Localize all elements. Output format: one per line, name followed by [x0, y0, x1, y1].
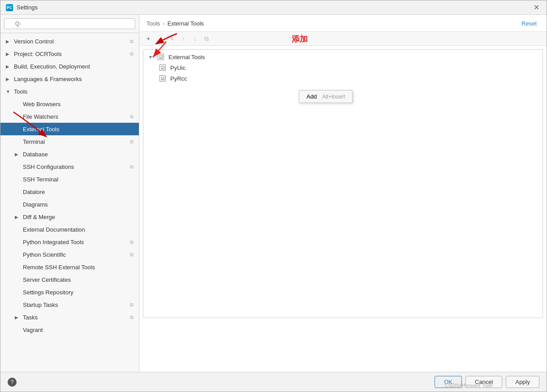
- sidebar-item-remote-ssh[interactable]: Remote SSH External Tools: [0, 261, 139, 273]
- remove-button[interactable]: −: [155, 34, 165, 43]
- copy-icon: ⧉: [204, 35, 209, 43]
- remove-icon: −: [158, 35, 162, 42]
- sidebar-item-label: Settings Repository: [23, 289, 73, 296]
- expand-icon: ▶: [6, 77, 11, 82]
- sidebar-item-label: Datalore: [23, 189, 45, 195]
- expand-icon: ▶: [6, 64, 11, 69]
- sidebar-item-ssh-terminal[interactable]: SSH Terminal: [0, 173, 139, 185]
- sidebar-item-build[interactable]: ▶ Build, Execution, Deployment: [0, 60, 139, 73]
- sidebar-item-label: File Watchers: [23, 113, 58, 120]
- sidebar-item-label: Project: OCRTools: [14, 51, 62, 57]
- sidebar-item-version-control[interactable]: ▶ Version Control ⧉: [0, 35, 139, 47]
- add-icon: +: [146, 35, 150, 42]
- sidebar-item-python-scientific[interactable]: Python Scientific ⧉: [0, 248, 139, 261]
- dialog-title: Settings: [17, 4, 38, 11]
- breadcrumb: Tools › External Tools: [146, 20, 204, 27]
- tree-item-pyrcc[interactable]: ☑ PyRcc: [143, 73, 543, 84]
- settings-nav: ▶ Version Control ⧉ ▶ Project: OCRTools …: [0, 33, 139, 372]
- add-button[interactable]: +: [143, 34, 154, 43]
- sidebar-item-label: SSH Terminal: [23, 176, 58, 183]
- copy-icon: ⧉: [130, 164, 134, 170]
- sidebar-item-tasks[interactable]: ▶ Tasks ⧉: [0, 311, 139, 323]
- sidebar-item-server-certs[interactable]: Server Certificates: [0, 273, 139, 286]
- sidebar-item-external-docs[interactable]: External Documentation: [0, 223, 139, 236]
- sidebar-item-label: Startup Tasks: [23, 302, 58, 308]
- pyuic-label: PyUic: [170, 65, 185, 71]
- sidebar-item-project-ocrtools[interactable]: ▶ Project: OCRTools ⧉: [0, 47, 139, 60]
- sidebar-item-tools[interactable]: ▼ Tools: [0, 85, 139, 98]
- external-tools-group-checkbox[interactable]: ☑: [158, 54, 164, 60]
- sidebar-item-label: External Documentation: [23, 226, 85, 233]
- sidebar-item-database[interactable]: ▶ Database: [0, 148, 139, 160]
- help-button[interactable]: ?: [8, 378, 17, 387]
- external-tools-toolbar: + − ✎ ↑ ↓ ⧉: [139, 32, 547, 46]
- watermark: CSDN@forward_ruan: [445, 383, 493, 388]
- expand-icon: ▶: [15, 152, 20, 157]
- breadcrumb-current: External Tools: [168, 20, 204, 27]
- up-arrow-icon: ↑: [182, 35, 185, 42]
- copy-icon: ⧉: [130, 252, 134, 258]
- copy-button[interactable]: ⧉: [201, 34, 212, 43]
- sidebar-item-label: Terminal: [23, 138, 45, 145]
- add-popup-label: Add: [306, 93, 317, 100]
- edit-icon: ✎: [169, 35, 174, 42]
- sidebar-item-python-integrated[interactable]: Python Integrated Tools ⧉: [0, 236, 139, 248]
- sidebar-item-label: Vagrant: [23, 327, 43, 333]
- external-tools-tree: ▼ ☑ External Tools ☑ PyUic ☑ PyRcc: [143, 49, 543, 318]
- copy-icon: ⧉: [130, 39, 134, 44]
- sidebar-item-label: Python Integrated Tools: [23, 239, 84, 246]
- pyuic-checkbox[interactable]: ☑: [159, 65, 166, 71]
- close-button[interactable]: ✕: [532, 3, 541, 12]
- move-up-button[interactable]: ↑: [178, 34, 189, 43]
- pyrcc-label: PyRcc: [170, 75, 187, 82]
- sidebar-item-label: Languages & Frameworks: [14, 76, 82, 82]
- tree-group-row[interactable]: ▼ ☑ External Tools: [143, 52, 543, 62]
- sidebar-item-label: Tools: [14, 88, 27, 95]
- copy-icon: ⧉: [130, 139, 134, 145]
- expand-icon: ▼: [6, 89, 11, 94]
- expand-icon: ▶: [6, 39, 11, 44]
- sidebar-item-label: Tasks: [23, 314, 38, 321]
- move-down-button[interactable]: ↓: [190, 34, 200, 43]
- sidebar-item-web-browsers[interactable]: Web Browsers: [0, 98, 139, 110]
- edit-button[interactable]: ✎: [166, 34, 177, 43]
- sidebar-item-settings-repo[interactable]: Settings Repository: [0, 286, 139, 298]
- expand-icon: ▶: [6, 52, 11, 56]
- sidebar-item-label: Diff & Merge: [23, 214, 55, 220]
- reset-button[interactable]: Reset: [519, 19, 539, 28]
- sidebar-item-label: Database: [23, 151, 48, 158]
- apply-button[interactable]: Apply: [506, 376, 539, 388]
- add-popup-shortcut: Alt+Insert: [322, 94, 345, 100]
- breadcrumb-parent: Tools: [146, 20, 160, 27]
- sidebar-item-vagrant[interactable]: Vagrant: [0, 323, 139, 336]
- copy-icon: ⧉: [130, 302, 134, 308]
- copy-icon: ⧉: [130, 114, 134, 120]
- expand-icon: ▶: [15, 215, 20, 220]
- breadcrumb-sep: ›: [163, 20, 164, 27]
- sidebar-item-diff-merge[interactable]: ▶ Diff & Merge: [0, 211, 139, 223]
- sidebar-item-diagrams[interactable]: Diagrams: [0, 198, 139, 211]
- search-input[interactable]: [4, 18, 135, 29]
- sidebar-item-startup-tasks[interactable]: Startup Tasks ⧉: [0, 298, 139, 311]
- sidebar-item-file-watchers[interactable]: File Watchers ⧉: [0, 110, 139, 123]
- tree-expand-icon: ▼: [147, 53, 154, 60]
- sidebar-item-label: Server Certificates: [23, 276, 71, 283]
- sidebar-item-ssh-configurations[interactable]: SSH Configurations ⧉: [0, 160, 139, 173]
- sidebar-item-terminal[interactable]: Terminal ⧉: [0, 135, 139, 148]
- sidebar-item-label: Diagrams: [23, 201, 48, 208]
- sidebar-item-label: Build, Execution, Deployment: [14, 63, 90, 70]
- tree-item-pyuic[interactable]: ☑ PyUic: [143, 62, 543, 73]
- sidebar-item-label: External Tools: [23, 126, 59, 133]
- copy-icon: ⧉: [130, 51, 134, 57]
- add-popup-item[interactable]: Add Alt+Insert: [299, 90, 352, 103]
- sidebar-item-datalore[interactable]: Datalore: [0, 185, 139, 198]
- sidebar-item-external-tools[interactable]: External Tools: [0, 123, 139, 135]
- expand-icon: ▶: [15, 315, 20, 320]
- down-arrow-icon: ↓: [194, 35, 197, 42]
- sidebar-item-languages[interactable]: ▶ Languages & Frameworks: [0, 73, 139, 85]
- tree-group-label: External Tools: [168, 54, 205, 60]
- copy-icon: ⧉: [130, 314, 134, 320]
- app-icon: PC: [6, 4, 13, 11]
- sidebar-item-label: Web Browsers: [23, 101, 60, 108]
- pyrcc-checkbox[interactable]: ☑: [159, 75, 166, 82]
